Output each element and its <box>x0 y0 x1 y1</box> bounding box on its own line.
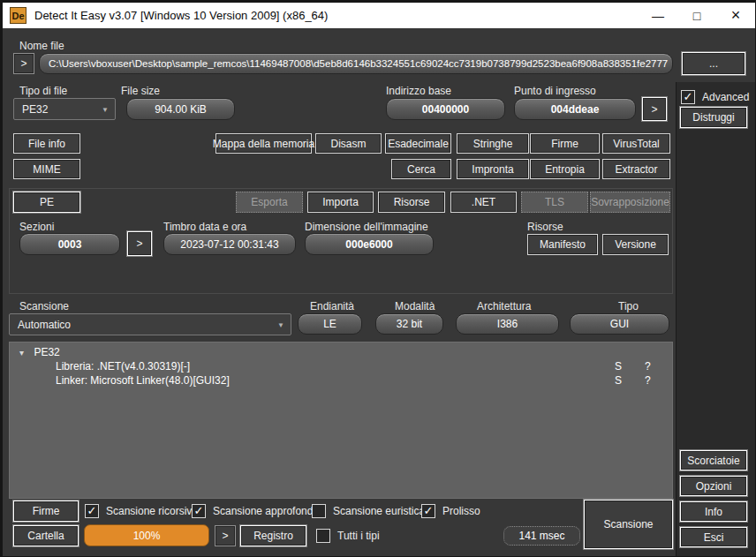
results-row-linker-q[interactable]: ? <box>645 374 651 387</box>
memory-map-button[interactable]: Mappa della memoria <box>215 133 312 154</box>
version-button[interactable]: Versione <box>602 234 669 255</box>
all-types-checkbox-box <box>316 529 330 543</box>
chevron-down-icon: ▼ <box>102 105 109 113</box>
results-row-linker[interactable]: Linker: Microsoft Linker(48.0)[GUI32] <box>56 374 230 387</box>
overlay-button: Sovrapposizione <box>590 192 670 213</box>
verbose-checkbox[interactable]: Prolisso <box>421 502 480 520</box>
sections-arrow-button[interactable]: > <box>127 231 152 256</box>
sections-value: 0003 <box>19 233 120 255</box>
file-type-label: Tipo di file <box>19 85 67 97</box>
entry-point-arrow-button[interactable]: > <box>642 97 667 121</box>
scan-method-value: Automatico <box>18 319 71 331</box>
directory-button[interactable]: Cartella <box>13 525 79 546</box>
recursive-scan-checkbox-box <box>85 504 99 518</box>
info-button[interactable]: Info <box>680 501 747 522</box>
all-types-checkbox[interactable]: Tutti i tipi <box>316 527 380 545</box>
timestamp-value: 2023-07-12 00:31:43 <box>163 233 296 255</box>
file-type-value: PE32 <box>22 103 48 116</box>
deep-scan-checkbox-box <box>192 504 206 518</box>
disasm-button[interactable]: Disasm <box>315 133 382 154</box>
deep-scan-checkbox[interactable]: Scansione approfondita <box>192 502 324 520</box>
base-address-value: 00400000 <box>386 98 505 120</box>
sections-label: Sezioni <box>19 221 54 233</box>
file-type-combobox[interactable]: PE32 ▼ <box>13 98 116 120</box>
tree-expander-icon[interactable]: ▾ <box>19 348 24 358</box>
deep-scan-label: Scansione approfondita <box>213 505 324 517</box>
maximize-button[interactable]: □ <box>677 3 716 28</box>
scan-method-combobox[interactable]: Automatico ▼ <box>9 313 291 335</box>
entry-point-label: Punto di ingresso <box>514 85 596 97</box>
base-address-label: Indirizzo base <box>386 85 451 97</box>
resources-button[interactable]: Risorse <box>378 192 445 213</box>
architecture-value: I386 <box>456 313 559 335</box>
timestamp-label: Timbro data e ora <box>163 221 246 233</box>
type-label: Tipo <box>618 300 639 312</box>
file-open-arrow-button[interactable]: > <box>13 53 34 74</box>
type-value: GUI <box>570 313 669 335</box>
entry-point-value: 004ddeae <box>514 98 636 120</box>
options-button[interactable]: Opzioni <box>680 476 747 496</box>
window-title: Detect It Easy v3.07 [Windows 10 Version… <box>34 9 328 22</box>
image-size-value: 000e6000 <box>305 233 434 255</box>
recursive-scan-checkbox[interactable]: Scansione ricorsiva <box>85 502 198 520</box>
results-row-library-q[interactable]: ? <box>645 360 651 373</box>
file-name-label: Nome file <box>19 40 64 52</box>
strings-button[interactable]: Stringhe <box>457 133 529 154</box>
log-button[interactable]: Registro <box>240 525 306 546</box>
file-size-value: 904.00 KiB <box>126 98 235 120</box>
endianness-value: LE <box>298 313 362 335</box>
pe-button[interactable]: PE <box>13 192 80 213</box>
manifest-button[interactable]: Manifesto <box>527 234 598 255</box>
hash-button[interactable]: Impronta <box>457 159 529 179</box>
signatures-top-button[interactable]: Firme <box>530 133 600 154</box>
close-button[interactable]: × <box>716 3 755 28</box>
results-row-library[interactable]: Libreria: .NET(v4.0.30319)[-] <box>56 360 190 373</box>
heuristic-scan-checkbox-box <box>312 504 326 518</box>
results-row-library-s[interactable]: S <box>615 360 622 373</box>
mode-value: 32 bit <box>375 313 443 335</box>
recursive-scan-label: Scansione ricorsiva <box>106 505 198 517</box>
extractor-button[interactable]: Extractor <box>602 159 670 179</box>
search-button[interactable]: Cerca <box>391 159 451 179</box>
results-row-linker-s[interactable]: S <box>615 374 622 387</box>
mode-label: Modalità <box>395 300 435 312</box>
advanced-checkbox[interactable]: Advanced <box>681 88 749 106</box>
resources-group-label: Risorse <box>527 221 563 233</box>
app-icon: De <box>10 7 26 24</box>
log-arrow-button[interactable]: > <box>215 525 236 546</box>
all-types-label: Tutti i tipi <box>337 530 380 542</box>
file-info-button[interactable]: File info <box>13 133 80 154</box>
progress-bar: 100% <box>84 524 209 546</box>
results-root-row[interactable]: ▾ PE32 <box>19 346 60 358</box>
advanced-checkbox-label: Advanced <box>702 91 749 103</box>
exit-button[interactable]: Esci <box>680 527 747 547</box>
hex-button[interactable]: Esadecimale <box>385 133 451 154</box>
import-button[interactable]: Importa <box>307 192 374 213</box>
verbose-label: Prolisso <box>442 505 480 517</box>
scan-button[interactable]: Scansione <box>584 500 673 549</box>
browse-button[interactable]: ... <box>682 52 745 75</box>
results-root-label: PE32 <box>34 346 59 358</box>
virustotal-button[interactable]: VirusTotal <box>602 133 670 154</box>
titlebar: De Detect It Easy v3.07 [Windows 10 Vers… <box>3 3 755 28</box>
heuristic-scan-checkbox[interactable]: Scansione euristica <box>312 502 425 520</box>
export-button: Esporta <box>236 192 303 213</box>
architecture-label: Architettura <box>477 300 531 312</box>
dotnet-button[interactable]: .NET <box>450 192 517 213</box>
die-window: De Detect It Easy v3.07 [Windows 10 Vers… <box>0 0 756 557</box>
file-path-field[interactable]: C:\Users\vboxuser\Desktop\sample_remcos\… <box>39 53 673 74</box>
image-size-label: Dimensione dell'immagine <box>305 221 428 233</box>
advanced-checkbox-box <box>681 90 695 104</box>
signatures-button[interactable]: Firme <box>13 501 79 522</box>
chevron-down-icon: ▼ <box>277 320 284 328</box>
entropy-button[interactable]: Entropia <box>530 159 600 179</box>
elapsed-time-value: 141 msec <box>503 526 580 546</box>
mime-button[interactable]: MIME <box>13 159 80 179</box>
shortcuts-button[interactable]: Scorciatoie <box>680 450 747 470</box>
verbose-checkbox-box <box>421 504 435 518</box>
scan-results-panel: ▾ PE32 Libreria: .NET(v4.0.30319)[-] S ?… <box>9 342 673 499</box>
destroy-button[interactable]: Distruggi <box>680 107 747 128</box>
endianness-label: Endianità <box>310 300 354 312</box>
minimize-button[interactable]: — <box>639 3 677 28</box>
scan-label: Scansione <box>19 300 69 312</box>
